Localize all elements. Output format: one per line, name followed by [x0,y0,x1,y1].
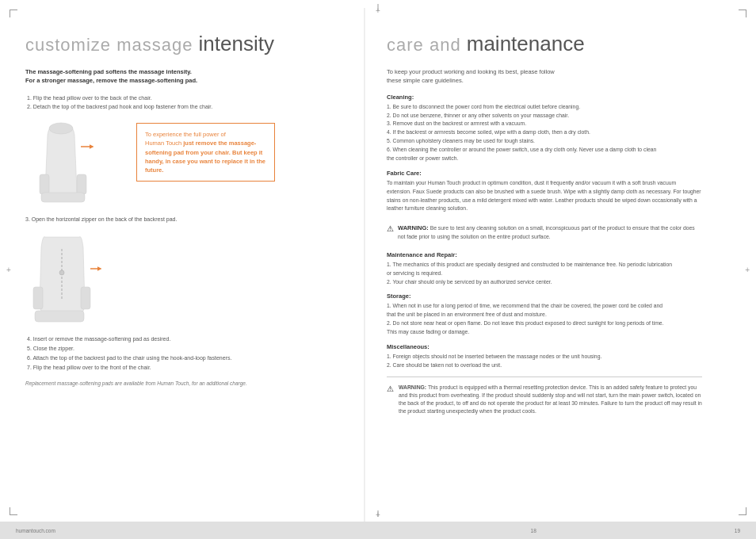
chair-illustration-2 [25,225,128,328]
cleaning-item-6: 6. When cleaning the controller or aroun… [387,146,702,155]
step-4: 4. Insert or remove the massage-softenin… [25,334,342,344]
warning-1-text: WARNING: Be sure to test any cleaning so… [398,224,702,240]
cleaning-item-1: 1. Be sure to disconnect the power cord … [387,103,702,112]
warning-2-label: WARNING: [399,384,426,390]
warning-2-body: This product is equipped with a thermal … [399,384,702,415]
right-intro: To keep your product working and looking… [387,67,702,86]
fabric-care-content: To maintain your Human Touch product in … [387,179,702,214]
svg-point-5 [59,270,64,275]
left-title-light: customize massage [25,35,199,55]
svg-point-0 [49,123,73,134]
maintenance-item-2: 2. Your chair should only be serviced by… [387,278,702,287]
chair-illustration-1 [25,119,120,210]
fabric-care-text: To maintain your Human Touch product in … [387,179,702,214]
left-panel: customize massage intensity The massage-… [0,8,365,523]
misc-item-1: 1. Foreign objects should not be inserte… [387,353,702,361]
storage-content: 1. When not in use for a long period of … [387,302,702,337]
maintenance-item-1: 1. The mechanics of this product are spe… [387,261,702,270]
misc-content: 1. Foreign objects should not be inserte… [387,353,702,370]
misc-title: Miscellaneous: [387,343,702,350]
left-heading: customize massage intensity [25,32,342,56]
storage-item-2b: This may cause fading or damage. [387,328,702,337]
svg-rect-1 [40,174,49,194]
warning-2-box: ⚠ WARNING: This product is equipped with… [387,377,702,416]
misc-item-2: 2. Care should be taken not to overload … [387,361,702,370]
maintenance-title: Maintenance and Repair: [387,251,702,258]
step-1: 1. Flip the head pillow over to the back… [25,94,342,102]
cleaning-title: Cleaning: [387,94,702,101]
storage-title: Storage: [387,292,702,300]
warning-1-box: ⚠ WARNING: Be sure to test any cleaning … [387,220,702,244]
bottom-bar: humantouch.com 18 19 [0,522,756,539]
right-heading: care and maintenance [387,32,702,56]
warning-1-label: WARNING: [398,224,429,231]
page-number-left: 18 [531,528,536,533]
warning-1-icon: ⚠ [387,224,394,233]
cleaning-item-3: 3. Remove dust on the backrest or armres… [387,120,702,128]
callout-title: To experience the full power of Human To… [145,130,266,174]
step-3: 3. Open the horizontal zipper on the bac… [25,216,342,222]
illustration-2-row [25,225,342,328]
storage-item-1b: that the unit be placed in an environmen… [387,311,702,319]
svg-rect-3 [41,193,85,202]
left-title-bold: intensity [199,32,274,55]
maintenance-content: 1. The mechanics of this product are spe… [387,261,702,287]
page-number-right: 19 [735,528,740,533]
maintenance-item-1b: or servicing is required. [387,270,702,278]
cleaning-item-2: 2. Do not use benzene, thinner or any ot… [387,112,702,120]
storage-item-2: 2. Do not store near heat or open flame.… [387,319,702,328]
reg-cross-right: + [745,266,750,274]
page-numbers: 18 19 [531,528,740,533]
step-2: 2. Detach the top of the backrest pad ho… [25,102,342,111]
fabric-care-title: Fabric Care: [387,170,702,177]
footnote: Replacement massage-softening pads are a… [25,380,342,386]
final-steps-list: 4. Insert or remove the massage-softenin… [25,334,342,373]
corner-mark-tr [739,10,746,17]
step-5: 5. Close the zipper. [25,344,342,354]
cleaning-content: 1. Be sure to disconnect the power cord … [387,103,702,163]
svg-rect-6 [33,287,43,309]
right-title-light: care and [387,35,467,55]
cleaning-item-4: 4. If the backrest or armrests become so… [387,128,702,137]
footer-url: humantouch.com [16,528,55,533]
corner-mark-br [739,507,746,515]
right-title-bold: maintenance [467,32,585,55]
svg-rect-7 [81,287,90,309]
initial-steps: 1. Flip the head pillow over to the back… [25,94,342,111]
storage-item-1: 1. When not in use for a long period of … [387,302,702,311]
right-panel: care and maintenance To keep your produc… [365,8,724,523]
cleaning-item-5: 5. Common upholstery cleaners may be use… [387,137,702,146]
warning-2-icon: ⚠ [387,384,394,393]
callout-box: To experience the full power of Human To… [136,123,275,182]
svg-rect-8 [35,311,84,322]
cleaning-item-6b: the controller or power switch. [387,155,702,163]
illustration-callout-row: To experience the full power of Human To… [25,119,342,210]
step-7: 7. Flip the head pillow over to the fron… [25,363,342,373]
step-6: 6. Attach the top of the backrest pad to… [25,354,342,363]
left-intro: The massage-softening pad softens the ma… [25,67,342,86]
svg-rect-2 [77,174,86,194]
warning-2-text: WARNING: This product is equipped with a… [399,384,702,416]
warning-1-body: Be sure to test any cleaning solution on… [398,225,695,239]
